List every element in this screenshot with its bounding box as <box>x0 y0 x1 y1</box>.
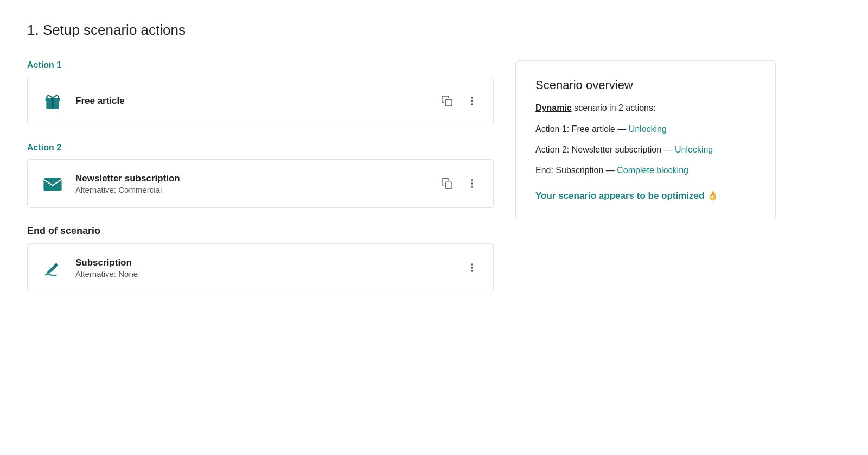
svg-rect-8 <box>445 182 452 188</box>
overview-line2-link[interactable]: Unlocking <box>675 145 713 154</box>
action1-section: Action 1 <box>27 60 494 125</box>
overview-panel-container: Scenario overview Dynamic scenario in 2 … <box>515 60 776 219</box>
svg-point-14 <box>471 270 473 272</box>
action2-card: Newsletter subscription Alternative: Com… <box>27 159 494 208</box>
svg-point-9 <box>471 179 473 181</box>
action1-card: Free article <box>27 77 494 125</box>
action2-more-button[interactable] <box>464 175 480 192</box>
end-card: Subscription Alternative: None <box>27 243 494 292</box>
action2-subtitle: Alternative: Commercial <box>75 185 428 194</box>
overview-subtitle-rest: scenario in 2 actions: <box>572 103 656 112</box>
svg-point-4 <box>471 97 473 99</box>
svg-rect-7 <box>43 178 61 191</box>
overview-line2: Action 2: Newsletter subscription — Unlo… <box>535 143 756 156</box>
gift-icon <box>41 89 65 113</box>
action2-copy-button[interactable] <box>439 175 455 192</box>
end-more-button[interactable] <box>464 260 480 276</box>
svg-rect-3 <box>445 99 452 106</box>
page-title: 1. Setup scenario actions <box>27 22 841 39</box>
end-info: Subscription Alternative: None <box>75 257 453 279</box>
svg-rect-2 <box>52 98 53 109</box>
optimized-message: Your scenario appears to be optimized 👌 <box>535 190 756 201</box>
end-title: Subscription <box>75 257 453 268</box>
svg-point-6 <box>471 103 473 105</box>
action1-label: Action 1 <box>27 60 494 70</box>
mail-icon <box>41 172 65 195</box>
overview-panel: Scenario overview Dynamic scenario in 2 … <box>515 60 776 219</box>
end-section: End of scenario Subscription Alternative… <box>27 225 494 292</box>
action2-title: Newsletter subscription <box>75 173 428 184</box>
action2-controls <box>439 175 480 192</box>
overview-title: Scenario overview <box>535 78 756 92</box>
svg-point-11 <box>471 186 473 188</box>
overview-subtitle: Dynamic scenario in 2 actions: <box>535 103 756 113</box>
end-label: End of scenario <box>27 225 494 237</box>
overview-dynamic-label: Dynamic <box>535 103 572 112</box>
left-column: Action 1 <box>27 60 494 298</box>
overview-line3: End: Subscription — Complete blocking <box>535 164 756 177</box>
action1-copy-button[interactable] <box>439 93 455 109</box>
main-layout: Action 1 <box>27 60 841 298</box>
action2-label: Action 2 <box>27 143 494 153</box>
action1-title: Free article <box>75 96 428 106</box>
action2-section: Action 2 Newsletter subscription Alterna… <box>27 143 494 208</box>
svg-point-10 <box>471 182 473 185</box>
end-controls <box>464 260 480 276</box>
overview-line1-prefix: Action 1: Free article — <box>535 124 629 134</box>
overview-line2-prefix: Action 2: Newsletter subscription — <box>535 145 675 154</box>
end-subtitle: Alternative: None <box>75 269 453 279</box>
overview-line3-link[interactable]: Complete blocking <box>617 166 688 175</box>
overview-line3-prefix: End: Subscription — <box>535 166 617 175</box>
svg-point-5 <box>471 100 473 102</box>
action1-info: Free article <box>75 96 428 106</box>
action1-controls <box>439 93 480 109</box>
svg-point-12 <box>471 263 473 266</box>
overview-line1-link[interactable]: Unlocking <box>629 124 667 134</box>
overview-line1: Action 1: Free article — Unlocking <box>535 123 756 136</box>
svg-point-13 <box>471 267 473 269</box>
action2-info: Newsletter subscription Alternative: Com… <box>75 173 428 194</box>
action1-more-button[interactable] <box>464 93 480 109</box>
edit-icon <box>41 256 65 280</box>
